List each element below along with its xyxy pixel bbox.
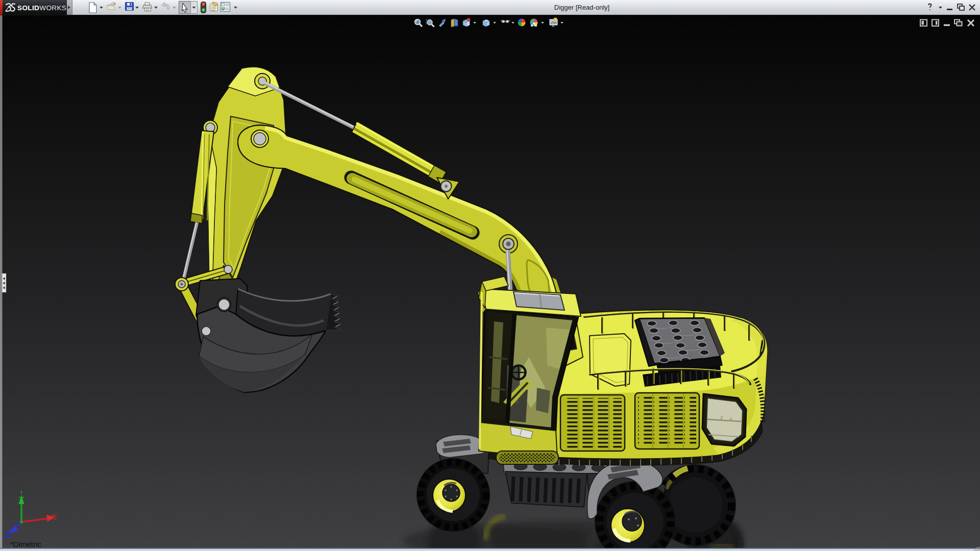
- svg-text:*Dimetric: *Dimetric: [10, 540, 41, 548]
- svg-text:SOLIDWORKS: SOLIDWORKS: [17, 4, 66, 12]
